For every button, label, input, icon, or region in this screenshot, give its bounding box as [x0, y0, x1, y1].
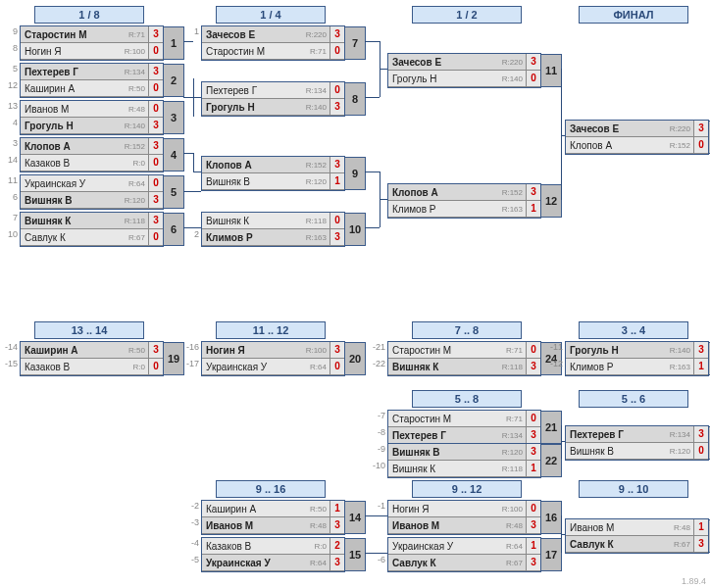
match-3-row2: Грогуль НR:1403: [21, 118, 163, 134]
player-name: Ногин Я: [388, 504, 495, 514]
match-number: 1: [163, 26, 184, 60]
player-rating: R:220: [299, 30, 330, 39]
match-22-row1: Вишняк ВR:1203: [388, 444, 540, 461]
player-score: 3: [693, 121, 708, 136]
match-4-row1: Клопов АR:1523: [21, 138, 163, 155]
player-score: 0: [693, 137, 708, 153]
player-rating: R:152: [663, 141, 693, 150]
match-13: Зачесов ЕR:2203Клопов АR:152013: [565, 120, 709, 155]
match-5-row2: Вишняк ВR:1203: [21, 192, 163, 209]
connector-line: [561, 441, 565, 443]
seed: -12: [548, 359, 563, 368]
player-score: 3: [148, 342, 163, 358]
player-rating: R:140: [299, 103, 330, 112]
player-name: Пехтерев Г: [21, 67, 118, 77]
player-name: Клопов А: [388, 187, 495, 198]
footer-version: 1.89.4: [682, 576, 706, 586]
match-15: -4Казаков ВR:02-5Украинская УR:64315: [201, 537, 345, 572]
player-rating: R:50: [118, 346, 148, 355]
match-5: 11Украинская УR:6406Вишняк ВR:12035: [20, 174, 164, 210]
connector-line: [561, 69, 563, 200]
round-header-p1112: 11 .. 12: [216, 321, 326, 339]
player-rating: R:71: [118, 30, 148, 39]
player-name: Казаков В: [21, 158, 118, 169]
player-name: Казаков В: [21, 362, 118, 372]
player-rating: R:64: [495, 542, 526, 551]
player-rating: R:120: [299, 177, 330, 186]
player-score: 3: [148, 213, 163, 228]
player-name: Клопов А: [21, 141, 118, 152]
seed: -9: [371, 444, 385, 454]
player-score: 3: [693, 342, 708, 358]
player-rating: R:120: [118, 196, 148, 205]
match-number: 11: [540, 54, 562, 87]
player-name: Грогуль Н: [21, 121, 118, 131]
player-rating: R:64: [118, 179, 148, 188]
player-name: Грогуль Н: [566, 345, 663, 356]
player-score: 0: [148, 155, 163, 171]
match-16-row2: Иванов МR:483: [388, 517, 540, 534]
connector-line: [365, 227, 380, 229]
round-header-r4: 1 / 4: [216, 6, 326, 24]
player-score: 0: [148, 101, 163, 117]
match-11-row1: Зачесов ЕR:2203: [388, 54, 540, 71]
player-score: 0: [526, 342, 540, 358]
player-rating: R:64: [299, 559, 330, 567]
player-score: 3: [526, 184, 540, 200]
seed: 10: [3, 229, 18, 239]
player-name: Старостин М: [202, 46, 299, 57]
player-rating: R:152: [299, 161, 330, 170]
player-score: 0: [526, 501, 540, 516]
seed: -2: [184, 501, 199, 511]
match-11-row2: Грогуль НR:1400: [388, 71, 540, 87]
player-score: 1: [526, 201, 540, 217]
match-number: 10: [344, 213, 366, 246]
player-name: Иванов М: [388, 520, 495, 531]
match-number: 5: [163, 175, 184, 209]
player-score: 3: [526, 427, 540, 443]
seed: -8: [371, 427, 385, 437]
match-number: 2: [163, 64, 184, 97]
player-name: Украинская У: [202, 558, 299, 568]
match-19-row2: Казаков ВR:00: [21, 359, 163, 375]
player-name: Климов Р: [566, 362, 663, 372]
match-23: Пехтерев ГR:1343Вишняк ВR:120023: [565, 425, 709, 461]
player-name: Пехтерев Г: [388, 430, 495, 441]
connector-line: [183, 227, 201, 229]
player-name: Грогуль Н: [388, 74, 495, 84]
match-11: Зачесов ЕR:2203Грогуль НR:140011: [387, 53, 541, 88]
player-score: 3: [330, 517, 344, 533]
player-rating: R:0: [118, 159, 148, 168]
seed: 4: [3, 118, 18, 127]
player-score: 0: [526, 411, 540, 426]
player-name: Вишняк К: [388, 362, 495, 372]
match-8-row2: Грогуль НR:1403: [202, 99, 344, 116]
player-rating: R:152: [495, 188, 526, 197]
player-score: 3: [330, 26, 344, 42]
player-rating: R:163: [663, 363, 693, 371]
player-score: 3: [330, 229, 344, 245]
player-name: Вишняк К: [21, 216, 118, 226]
match-13-row1: Зачесов ЕR:2203: [566, 121, 708, 137]
connector-line: [365, 553, 387, 555]
player-rating: R:64: [299, 363, 330, 371]
match-17-row1: Украинская УR:641: [388, 538, 540, 555]
match-number: 12: [540, 184, 562, 218]
player-name: Грогуль Н: [202, 102, 299, 113]
player-name: Ногин Я: [202, 345, 299, 356]
match-22: -9Вишняк ВR:1203-10Вишняк КR:118122: [387, 443, 541, 478]
player-score: 1: [330, 501, 344, 516]
match-20-row1: Ногин ЯR:1003: [202, 342, 344, 359]
match-25-row1: Грогуль НR:1403: [566, 342, 708, 359]
match-1: 9Старостин МR:7138Ногин ЯR:10001: [20, 25, 164, 61]
match-16-row1: Ногин ЯR:1000: [388, 501, 540, 517]
player-name: Савлук К: [566, 539, 663, 550]
connector-line: [365, 172, 380, 173]
player-rating: R:134: [118, 68, 148, 76]
player-score: 1: [526, 538, 540, 554]
player-score: 3: [693, 426, 708, 442]
match-20: -16Ногин ЯR:1003-17Украинская УR:64020: [201, 341, 345, 376]
seed: -5: [184, 555, 199, 564]
match-number: 4: [163, 138, 184, 172]
match-14-row1: Каширин АR:501: [202, 501, 344, 517]
